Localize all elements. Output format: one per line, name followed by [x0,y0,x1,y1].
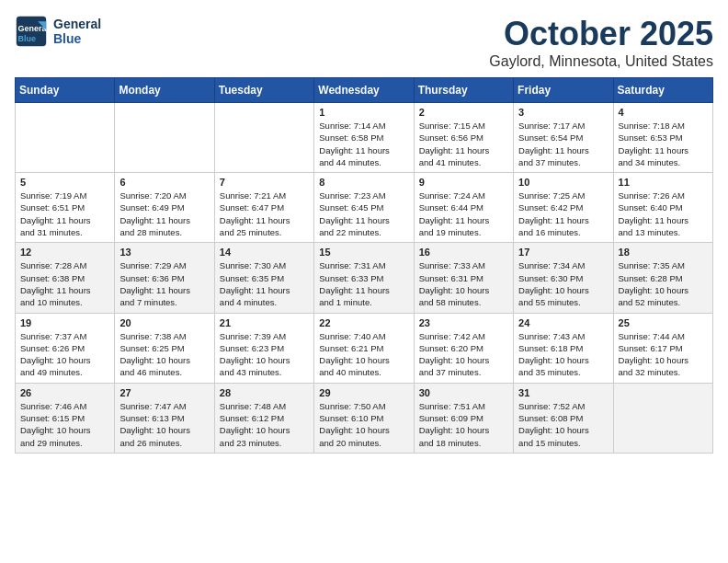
calendar-cell: 12Sunrise: 7:28 AM Sunset: 6:38 PM Dayli… [16,243,115,313]
day-number: 4 [619,107,708,118]
day-info: Sunrise: 7:15 AM Sunset: 6:56 PM Dayligh… [419,120,508,168]
header: General Blue General Blue October 2025 G… [15,15,713,70]
weekday-header: Sunday [16,78,115,103]
day-info: Sunrise: 7:29 AM Sunset: 6:36 PM Dayligh… [119,259,209,308]
calendar: SundayMondayTuesdayWednesdayThursdayFrid… [15,77,713,454]
day-info: Sunrise: 7:48 AM Sunset: 6:12 PM Dayligh… [220,400,309,449]
calendar-cell: 23Sunrise: 7:42 AM Sunset: 6:20 PM Dayli… [414,313,513,383]
day-number: 21 [220,317,309,328]
day-number: 7 [220,177,309,188]
day-number: 13 [119,247,209,258]
calendar-week-row: 26Sunrise: 7:46 AM Sunset: 6:15 PM Dayli… [16,383,713,453]
calendar-cell: 19Sunrise: 7:37 AM Sunset: 6:26 PM Dayli… [16,313,115,383]
day-number: 25 [619,317,708,328]
day-info: Sunrise: 7:23 AM Sunset: 6:45 PM Dayligh… [319,190,408,238]
day-info: Sunrise: 7:28 AM Sunset: 6:38 PM Dayligh… [20,259,109,308]
weekday-header: Tuesday [214,78,313,103]
day-info: Sunrise: 7:42 AM Sunset: 6:20 PM Dayligh… [419,330,508,379]
day-number: 11 [619,177,708,188]
calendar-cell: 4Sunrise: 7:18 AM Sunset: 6:53 PM Daylig… [613,103,712,173]
calendar-cell: 24Sunrise: 7:43 AM Sunset: 6:18 PM Dayli… [514,313,613,383]
day-info: Sunrise: 7:43 AM Sunset: 6:18 PM Dayligh… [518,330,608,379]
day-number: 30 [419,387,508,398]
day-info: Sunrise: 7:50 AM Sunset: 6:10 PM Dayligh… [319,400,408,449]
calendar-cell [115,103,214,173]
calendar-cell: 25Sunrise: 7:44 AM Sunset: 6:17 PM Dayli… [613,313,712,383]
day-info: Sunrise: 7:31 AM Sunset: 6:33 PM Dayligh… [319,259,408,308]
logo: General Blue General Blue [15,15,101,48]
day-number: 27 [119,387,209,398]
day-number: 2 [419,107,508,118]
day-info: Sunrise: 7:30 AM Sunset: 6:35 PM Dayligh… [220,259,309,308]
calendar-week-row: 5Sunrise: 7:19 AM Sunset: 6:51 PM Daylig… [16,173,713,243]
day-number: 26 [20,387,109,398]
day-number: 18 [619,247,708,258]
calendar-week-row: 19Sunrise: 7:37 AM Sunset: 6:26 PM Dayli… [16,313,713,383]
day-info: Sunrise: 7:47 AM Sunset: 6:13 PM Dayligh… [119,400,209,449]
calendar-cell: 20Sunrise: 7:38 AM Sunset: 6:25 PM Dayli… [115,313,214,383]
day-number: 6 [119,177,209,188]
day-number: 17 [518,247,608,258]
calendar-cell: 17Sunrise: 7:34 AM Sunset: 6:30 PM Dayli… [514,243,613,313]
day-info: Sunrise: 7:17 AM Sunset: 6:54 PM Dayligh… [518,120,608,168]
day-info: Sunrise: 7:44 AM Sunset: 6:17 PM Dayligh… [619,330,708,379]
day-number: 14 [220,247,309,258]
day-number: 16 [419,247,508,258]
day-info: Sunrise: 7:51 AM Sunset: 6:09 PM Dayligh… [419,400,508,449]
logo-text: General Blue [53,17,101,46]
calendar-cell: 27Sunrise: 7:47 AM Sunset: 6:13 PM Dayli… [115,383,214,453]
day-number: 29 [319,387,408,398]
weekday-header: Thursday [414,78,513,103]
calendar-cell: 29Sunrise: 7:50 AM Sunset: 6:10 PM Dayli… [314,383,414,453]
day-info: Sunrise: 7:21 AM Sunset: 6:47 PM Dayligh… [220,190,309,238]
weekday-header: Friday [514,78,613,103]
svg-text:Blue: Blue [18,34,37,43]
calendar-cell: 11Sunrise: 7:26 AM Sunset: 6:40 PM Dayli… [613,173,712,243]
day-number: 1 [319,107,408,118]
calendar-cell: 8Sunrise: 7:23 AM Sunset: 6:45 PM Daylig… [314,173,414,243]
day-info: Sunrise: 7:37 AM Sunset: 6:26 PM Dayligh… [20,330,109,379]
day-number: 10 [518,177,608,188]
calendar-cell: 2Sunrise: 7:15 AM Sunset: 6:56 PM Daylig… [414,103,513,173]
day-number: 24 [518,317,608,328]
calendar-cell: 22Sunrise: 7:40 AM Sunset: 6:21 PM Dayli… [314,313,414,383]
day-number: 9 [419,177,508,188]
day-info: Sunrise: 7:18 AM Sunset: 6:53 PM Dayligh… [619,120,708,168]
day-number: 12 [20,247,109,258]
calendar-cell: 26Sunrise: 7:46 AM Sunset: 6:15 PM Dayli… [16,383,115,453]
calendar-cell: 1Sunrise: 7:14 AM Sunset: 6:58 PM Daylig… [314,103,414,173]
calendar-cell: 6Sunrise: 7:20 AM Sunset: 6:49 PM Daylig… [115,173,214,243]
day-number: 31 [518,387,608,398]
calendar-cell: 30Sunrise: 7:51 AM Sunset: 6:09 PM Dayli… [414,383,513,453]
title-area: October 2025 Gaylord, Minnesota, United … [489,15,713,70]
calendar-cell: 9Sunrise: 7:24 AM Sunset: 6:44 PM Daylig… [414,173,513,243]
calendar-cell: 18Sunrise: 7:35 AM Sunset: 6:28 PM Dayli… [613,243,712,313]
day-info: Sunrise: 7:34 AM Sunset: 6:30 PM Dayligh… [518,259,608,308]
day-info: Sunrise: 7:39 AM Sunset: 6:23 PM Dayligh… [220,330,309,379]
calendar-cell: 14Sunrise: 7:30 AM Sunset: 6:35 PM Dayli… [214,243,313,313]
day-info: Sunrise: 7:46 AM Sunset: 6:15 PM Dayligh… [20,400,109,449]
calendar-cell [214,103,313,173]
calendar-cell: 15Sunrise: 7:31 AM Sunset: 6:33 PM Dayli… [314,243,414,313]
weekday-header: Saturday [613,78,712,103]
calendar-header-row: SundayMondayTuesdayWednesdayThursdayFrid… [16,78,713,103]
calendar-cell: 28Sunrise: 7:48 AM Sunset: 6:12 PM Dayli… [214,383,313,453]
day-info: Sunrise: 7:26 AM Sunset: 6:40 PM Dayligh… [619,190,708,238]
day-number: 20 [119,317,209,328]
weekday-header: Monday [115,78,214,103]
location-title: Gaylord, Minnesota, United States [489,53,713,70]
day-info: Sunrise: 7:38 AM Sunset: 6:25 PM Dayligh… [119,330,209,379]
calendar-week-row: 12Sunrise: 7:28 AM Sunset: 6:38 PM Dayli… [16,243,713,313]
day-number: 15 [319,247,408,258]
calendar-cell: 31Sunrise: 7:52 AM Sunset: 6:08 PM Dayli… [514,383,613,453]
day-number: 8 [319,177,408,188]
calendar-cell [613,383,712,453]
calendar-cell: 16Sunrise: 7:33 AM Sunset: 6:31 PM Dayli… [414,243,513,313]
calendar-cell: 5Sunrise: 7:19 AM Sunset: 6:51 PM Daylig… [16,173,115,243]
weekday-header: Wednesday [314,78,414,103]
calendar-cell: 21Sunrise: 7:39 AM Sunset: 6:23 PM Dayli… [214,313,313,383]
day-info: Sunrise: 7:25 AM Sunset: 6:42 PM Dayligh… [518,190,608,238]
day-number: 19 [20,317,109,328]
day-info: Sunrise: 7:52 AM Sunset: 6:08 PM Dayligh… [518,400,608,449]
day-number: 28 [220,387,309,398]
